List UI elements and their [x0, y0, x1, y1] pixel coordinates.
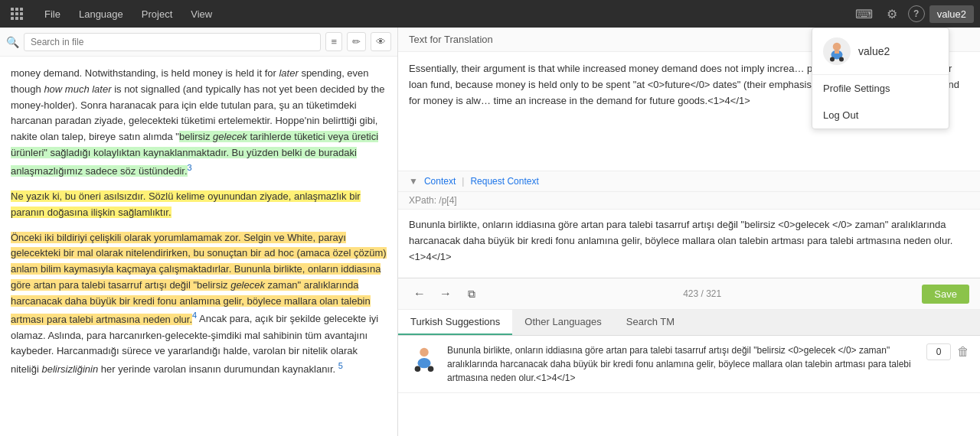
suggestion-avatar: [409, 343, 439, 374]
prev-button[interactable]: ←: [409, 283, 430, 304]
translation-editor-text: Bununla birlikte, onların iddiasına göre…: [409, 217, 969, 265]
editor-nav: ← → ⧉: [409, 283, 482, 304]
apps-icon[interactable]: [6, 3, 28, 24]
suggestion-actions: 0 🗑: [926, 343, 969, 360]
svg-rect-4: [15, 12, 18, 15]
search-input[interactable]: [24, 33, 321, 51]
settings-icon[interactable]: ⚙: [880, 2, 903, 25]
paragraph-1: money demand. Notwithstanding, is held m…: [11, 66, 387, 180]
tab-search-tm[interactable]: Search TM: [614, 310, 687, 335]
translation-editor[interactable]: Bununla birlikte, onların iddiasına göre…: [398, 210, 980, 278]
dropdown-username: value2: [858, 45, 890, 57]
xpath-display: XPath: /p[4]: [398, 192, 980, 210]
request-context-link[interactable]: Request Context: [470, 176, 538, 187]
context-link[interactable]: Context: [424, 176, 456, 187]
paragraph-2: Ne yazık ki, bu öneri asılsızdır. Sözlü …: [11, 189, 387, 221]
help-icon[interactable]: ?: [908, 5, 925, 22]
tab-turkish-suggestions[interactable]: Turkish Suggestions: [398, 310, 512, 335]
suggestion-count: 0: [926, 343, 951, 360]
menu-bar: File Language Project View ⌨ ⚙ ? value2: [0, 0, 980, 28]
user-dropdown: value2 Profile Settings Log Out: [812, 28, 949, 129]
log-out-item[interactable]: Log Out: [812, 102, 949, 129]
svg-point-16: [415, 366, 421, 373]
menu-project[interactable]: Project: [134, 5, 180, 23]
dropdown-avatar: [823, 37, 851, 65]
svg-rect-5: [20, 12, 23, 15]
list-view-button[interactable]: ≡: [325, 32, 342, 51]
svg-point-15: [417, 358, 430, 368]
svg-point-11: [830, 57, 835, 62]
dropdown-header: value2: [812, 28, 949, 75]
suggestion-text: Bununla birlikte, onların iddiasına göre…: [447, 343, 919, 385]
menu-view[interactable]: View: [183, 5, 220, 23]
counter-display: 423 / 321: [683, 288, 721, 299]
paragraph-3: Önceki iki bildiriyi çelişkili olarak yo…: [11, 230, 387, 379]
next-button[interactable]: →: [435, 283, 456, 304]
profile-settings-item[interactable]: Profile Settings: [812, 75, 949, 102]
copy-button[interactable]: ⧉: [461, 283, 482, 304]
svg-rect-13: [835, 50, 839, 54]
footnote-5: 5: [338, 361, 343, 370]
suggestion-item: Bununla birlikte, onların iddiasına göre…: [398, 336, 980, 393]
tab-other-languages[interactable]: Other Languages: [512, 310, 613, 335]
preview-button[interactable]: 👁: [371, 32, 391, 51]
svg-point-14: [420, 348, 428, 356]
svg-rect-7: [15, 17, 18, 20]
svg-rect-2: [20, 8, 23, 11]
delete-suggestion-button[interactable]: 🗑: [957, 345, 969, 359]
svg-point-12: [839, 57, 844, 62]
svg-rect-0: [11, 8, 14, 11]
footnote-3: 3: [188, 163, 192, 172]
menu-file[interactable]: File: [37, 5, 68, 23]
svg-rect-8: [20, 17, 23, 20]
svg-rect-1: [15, 8, 18, 11]
context-triangle-icon: ▼: [409, 176, 418, 187]
search-magnifier-icon: 🔍: [6, 36, 19, 48]
right-icons: ⌨ ⚙ ? value2: [853, 2, 974, 25]
keyboard-icon[interactable]: ⌨: [853, 2, 876, 25]
footnote-4: 4: [192, 311, 197, 320]
svg-rect-3: [11, 12, 14, 15]
suggestions-panel: Bununla birlikte, onların iddiasına göre…: [398, 336, 980, 436]
save-button[interactable]: Save: [922, 285, 969, 304]
context-bar: ▼ Context | Request Context: [398, 171, 980, 192]
menu-language[interactable]: Language: [71, 5, 131, 23]
editor-toolbar: ← → ⧉ 423 / 321 Save: [398, 278, 980, 310]
user-menu-button[interactable]: value2: [929, 5, 974, 23]
svg-point-17: [428, 366, 434, 373]
tabs-bar: Turkish Suggestions Other Languages Sear…: [398, 310, 980, 336]
left-panel: 🔍 ≡ ✏ 👁 money demand. Notwithstanding, i…: [0, 28, 398, 436]
edit-button[interactable]: ✏: [347, 32, 366, 51]
text-content: money demand. Notwithstanding, is held m…: [0, 57, 397, 436]
svg-point-9: [833, 43, 841, 51]
svg-rect-6: [11, 17, 14, 20]
search-bar: 🔍 ≡ ✏ 👁: [0, 28, 397, 57]
